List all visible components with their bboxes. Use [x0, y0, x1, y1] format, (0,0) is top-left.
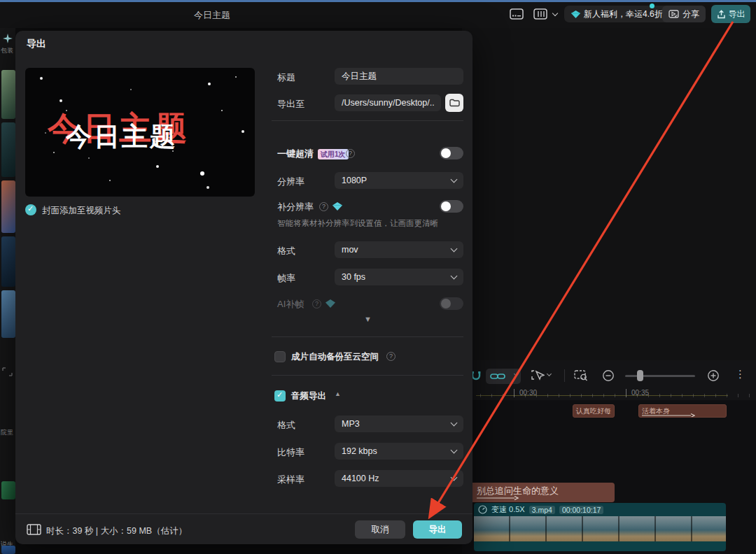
timeline-ruler[interactable]: 00:30 00:35 — [462, 388, 756, 400]
format-select[interactable]: mov — [335, 241, 463, 258]
media-thumbnail[interactable] — [1, 122, 15, 177]
bitrate-value: 192 kbps — [342, 446, 377, 456]
media-thumbnail[interactable] — [1, 546, 15, 554]
cloud-backup-checkbox[interactable] — [274, 351, 286, 362]
help-icon[interactable] — [346, 149, 355, 158]
chevron-down-icon — [514, 371, 519, 376]
chevron-down-icon — [451, 246, 458, 253]
browse-folder-button[interactable] — [445, 94, 463, 112]
chevron-down-icon — [451, 474, 458, 481]
timeline-zoom-slider[interactable] — [625, 375, 695, 377]
diamond-icon — [326, 299, 335, 308]
collapse-up-icon[interactable]: ▲ — [335, 390, 341, 397]
speed-icon — [478, 505, 487, 514]
fps-value: 30 fps — [342, 272, 365, 282]
timeline-panel: ⋮ 00:30 00:35 认真吃好每 活着本身 别总追问生命的意义 变速 0.… — [462, 360, 756, 554]
promo-banner[interactable]: 新人福利，幸运4.6折 — [564, 6, 670, 22]
chevron-down-icon — [451, 420, 458, 427]
media-library-sidebar: 包装 院里 说生 — [0, 28, 15, 554]
divider — [272, 120, 463, 121]
collapse-caret-icon[interactable]: ▼ — [364, 315, 372, 323]
chevron-down-icon[interactable] — [547, 371, 552, 376]
preview-title-white: 今日主题 — [66, 120, 178, 155]
title-field-label: 标题 — [277, 71, 295, 84]
video-clip-thumbnails[interactable] — [474, 516, 726, 541]
cloud-backup-label: 成片自动备份至云空间 — [291, 351, 379, 363]
chevron-down-icon — [451, 447, 458, 454]
title-input-value: 今日主题 — [342, 71, 377, 83]
promo-dot-badge — [650, 3, 654, 8]
supres-description: 智能将素材补分辨率到设置值，让画面更清晰 — [277, 218, 438, 229]
media-thumbnail[interactable] — [1, 180, 15, 233]
samplerate-select[interactable]: 44100 Hz — [335, 470, 463, 487]
samplerate-value: 44100 Hz — [342, 474, 379, 483]
dialog-title: 导出 — [27, 38, 46, 50]
resolution-select[interactable]: 1080P — [335, 172, 463, 189]
help-icon — [312, 299, 321, 308]
bitrate-select[interactable]: 192 kbps — [335, 443, 463, 460]
export-button-dialog[interactable]: 导出 — [413, 520, 462, 539]
text-clip[interactable]: 活着本身 — [638, 404, 727, 418]
preview-frame-icon[interactable] — [574, 369, 588, 381]
promo-label: 新人福利，幸运4.6折 — [584, 8, 663, 20]
diamond-icon — [332, 202, 342, 211]
animation-arrow — [642, 413, 695, 418]
window-accent-line — [0, 0, 756, 2]
cover-checkbox[interactable] — [25, 204, 36, 215]
film-icon — [27, 524, 41, 535]
animation-arrow — [477, 496, 519, 500]
layout-icon[interactable] — [532, 6, 549, 22]
audio-export-checkbox[interactable] — [274, 390, 286, 402]
resolution-label: 分辨率 — [277, 176, 304, 188]
captions-icon[interactable] — [508, 6, 525, 22]
path-field-label: 导出至 — [277, 98, 304, 111]
timeline-tracks: 认真吃好每 活着本身 别总追问生命的意义 变速 0.5X 3.mp4 00:00… — [462, 400, 756, 554]
help-icon[interactable] — [386, 352, 396, 361]
select-cursor-icon[interactable] — [531, 369, 545, 382]
cover-checkbox-label: 封面添加至视频片头 — [42, 205, 121, 217]
timeline-zoom-handle[interactable] — [637, 370, 643, 381]
chevron-down-icon — [451, 176, 458, 183]
crop-icon — [2, 367, 13, 376]
hd-toggle[interactable] — [440, 147, 463, 159]
trial-badge: 试用1次 — [318, 149, 349, 159]
media-thumbnail[interactable] — [1, 481, 15, 499]
share-label: 分享 — [682, 8, 699, 20]
export-button-top[interactable]: 导出 — [711, 5, 750, 23]
fps-label: 帧率 — [277, 272, 295, 285]
audio-export-label: 音频导出 — [291, 390, 326, 402]
media-thumbnail[interactable] — [1, 236, 15, 287]
zoom-out-icon[interactable] — [602, 369, 615, 382]
title-input[interactable]: 今日主题 — [335, 68, 463, 85]
cover-preview: 今日主题 今日主题 — [25, 68, 255, 197]
sidebar-label-fragment: 包装 — [1, 46, 13, 55]
format-label: 格式 — [277, 245, 295, 257]
fps-select[interactable]: 30 fps — [335, 269, 463, 285]
share-button[interactable]: 分享 — [662, 6, 706, 22]
link-icon — [490, 373, 505, 380]
audio-format-value: MP3 — [342, 419, 360, 429]
more-options-icon[interactable]: ⋮ — [735, 368, 746, 381]
video-clip-header[interactable]: 变速 0.5X 3.mp4 00:00:10:17 — [474, 503, 726, 516]
format-value: mov — [342, 245, 358, 255]
audio-format-select[interactable]: MP3 — [335, 416, 463, 432]
cancel-button[interactable]: 取消 — [355, 520, 405, 539]
supres-label: 补分辨率 — [277, 201, 314, 213]
layout-chevron-down-icon[interactable] — [550, 6, 560, 22]
footer-divider — [15, 513, 472, 514]
ai-frame-toggle — [440, 297, 463, 310]
supres-toggle[interactable] — [440, 200, 463, 213]
resolution-value: 1080P — [342, 176, 367, 185]
link-toggle[interactable] — [486, 369, 521, 384]
media-thumbnail[interactable] — [1, 70, 15, 119]
share-screen-icon — [668, 10, 679, 18]
path-input[interactable]: /Users/sunny/Desktop/... — [335, 94, 441, 111]
media-thumbnail[interactable] — [1, 290, 15, 338]
export-top-label: 导出 — [729, 8, 746, 20]
caption-clip[interactable]: 别总追问生命的意义 — [459, 483, 615, 502]
folder-icon — [449, 99, 460, 107]
help-icon[interactable] — [319, 202, 328, 211]
zoom-in-icon[interactable] — [707, 369, 720, 382]
sparkle-icon — [3, 34, 13, 43]
text-clip[interactable]: 认真吃好每 — [573, 404, 615, 418]
